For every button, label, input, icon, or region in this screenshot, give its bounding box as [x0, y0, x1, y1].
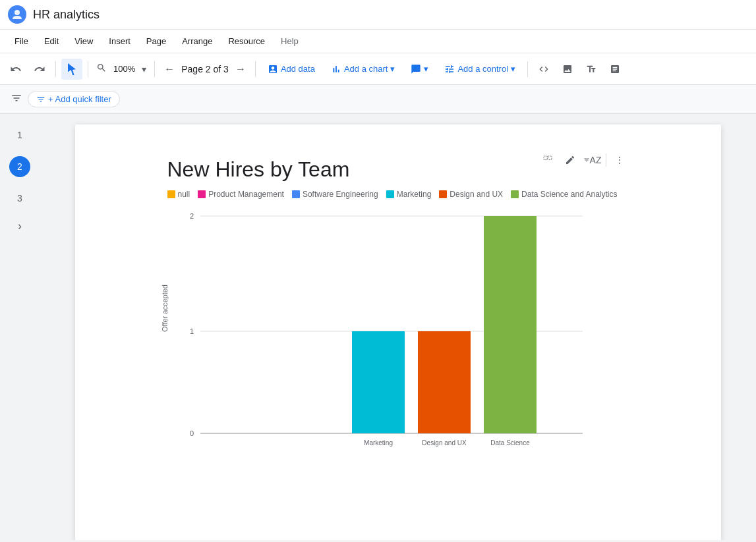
legend-label-product: Product Management: [208, 190, 284, 199]
page-sidebar: 1 2 3 ›: [0, 114, 40, 540]
legend-swatch-software: [292, 190, 300, 198]
app-logo: [8, 5, 26, 24]
chart-area: Offer accepted 2 1 0: [167, 209, 596, 447]
title-bar: HR analytics: [0, 0, 756, 30]
menu-file[interactable]: File: [8, 34, 35, 49]
chart-sort-button[interactable]: AZ: [583, 151, 602, 169]
svg-rect-2: [548, 156, 551, 159]
toolbar-sep-2: [88, 61, 88, 77]
undo-button[interactable]: [5, 59, 26, 80]
svg-text:Data Science: Data Science: [490, 439, 530, 447]
legend-item-product: Product Management: [198, 190, 284, 199]
zoom-dropdown-button[interactable]: ▾: [139, 63, 149, 76]
svg-text:Marketing: Marketing: [364, 439, 393, 447]
legend-item-design: Design and UX: [439, 190, 503, 199]
page-indicator: Page 2 of 3: [181, 64, 229, 74]
page-1-nav[interactable]: 1: [9, 124, 30, 146]
chart-widget: AZ ⋮ New Hires by Team null Product Mana…: [167, 157, 629, 447]
legend-label-marketing: Marketing: [397, 190, 432, 199]
menu-help[interactable]: Help: [274, 34, 305, 49]
menu-view[interactable]: View: [68, 34, 100, 49]
legend-item-marketing: Marketing: [386, 190, 432, 199]
page-more-button[interactable]: ›: [18, 219, 22, 233]
menu-resource[interactable]: Resource: [221, 34, 272, 49]
legend-item-null: null: [167, 190, 190, 199]
filter-bar: + Add quick filter: [0, 85, 756, 114]
toolbar-sep-5: [527, 61, 528, 77]
chart-more-button[interactable]: ⋮: [610, 151, 629, 169]
add-data-button[interactable]: Add data: [261, 61, 322, 77]
filter-icon[interactable]: [11, 92, 22, 107]
svg-text:1: 1: [189, 327, 193, 335]
page-3-nav[interactable]: 3: [9, 188, 30, 209]
page-canvas: AZ ⋮ New Hires by Team null Product Mana…: [75, 124, 721, 540]
add-chart-button[interactable]: Add a chart▾: [324, 61, 402, 77]
legend-swatch-product: [198, 190, 206, 198]
legend-item-software: Software Engineering: [292, 190, 378, 199]
legend-item-data-science: Data Science and Analytics: [511, 190, 617, 199]
chart-divider: [606, 153, 606, 167]
svg-text:2: 2: [189, 212, 193, 220]
cursor-button[interactable]: [61, 59, 82, 80]
legend-label-null: null: [178, 190, 190, 199]
main-layout: 1 2 3 › AZ: [0, 114, 756, 540]
legend-label-software: Software Engineering: [303, 190, 378, 199]
toolbar-sep-1: [55, 61, 56, 77]
canvas-area: AZ ⋮ New Hires by Team null Product Mana…: [40, 114, 756, 540]
svg-rect-1: [544, 156, 547, 159]
zoom-level-display: 100%: [111, 63, 138, 75]
code-button[interactable]: [533, 59, 554, 80]
bar-data-science: [484, 216, 537, 433]
redo-button[interactable]: [29, 59, 50, 80]
bar-design-ux: [418, 331, 471, 433]
y-axis-label: Offer accepted: [160, 285, 168, 332]
svg-text:0: 0: [189, 429, 193, 437]
legend-swatch-null: [167, 190, 175, 198]
zoom-control[interactable]: 100% ▾: [94, 61, 149, 76]
menu-arrange[interactable]: Arrange: [175, 34, 219, 49]
menu-bar: File Edit View Insert Page Arrange Resou…: [0, 30, 756, 53]
text-button[interactable]: [581, 59, 602, 80]
svg-point-0: [15, 10, 20, 15]
legend-swatch-design: [439, 190, 447, 198]
toolbar-sep-3: [154, 61, 155, 77]
bar-marketing: [352, 331, 405, 433]
menu-edit[interactable]: Edit: [38, 34, 65, 49]
chart-legend: null Product Management Software Enginee…: [167, 190, 629, 199]
add-quick-filter-button[interactable]: + Add quick filter: [28, 91, 120, 107]
legend-swatch-marketing: [386, 190, 394, 198]
menu-insert[interactable]: Insert: [102, 34, 137, 49]
chart-toolbar: AZ ⋮: [538, 151, 629, 169]
prev-page-button[interactable]: ←: [160, 60, 179, 78]
legend-swatch-data-science: [511, 190, 519, 198]
app-title: HR analytics: [33, 8, 100, 22]
svg-text:Design and UX: Design and UX: [422, 439, 467, 447]
zoom-button[interactable]: [94, 61, 109, 76]
add-component-button[interactable]: ▾: [404, 61, 435, 77]
legend-label-data-science: Data Science and Analytics: [521, 190, 617, 199]
chart-edit-button[interactable]: [561, 151, 579, 169]
next-page-button[interactable]: →: [231, 60, 250, 78]
image-button[interactable]: [557, 59, 578, 80]
chart-select-button[interactable]: [538, 151, 557, 169]
page-2-nav[interactable]: 2: [9, 156, 30, 177]
legend-label-design: Design and UX: [450, 190, 503, 199]
chart-svg: 2 1 0 Marketing Des: [167, 209, 596, 447]
toolbar-sep-4: [255, 61, 256, 77]
line-button[interactable]: [604, 59, 625, 80]
add-control-button[interactable]: Add a control▾: [438, 61, 522, 77]
menu-page[interactable]: Page: [140, 34, 173, 49]
toolbar: 100% ▾ ← Page 2 of 3 → Add data Add a ch…: [0, 53, 756, 85]
